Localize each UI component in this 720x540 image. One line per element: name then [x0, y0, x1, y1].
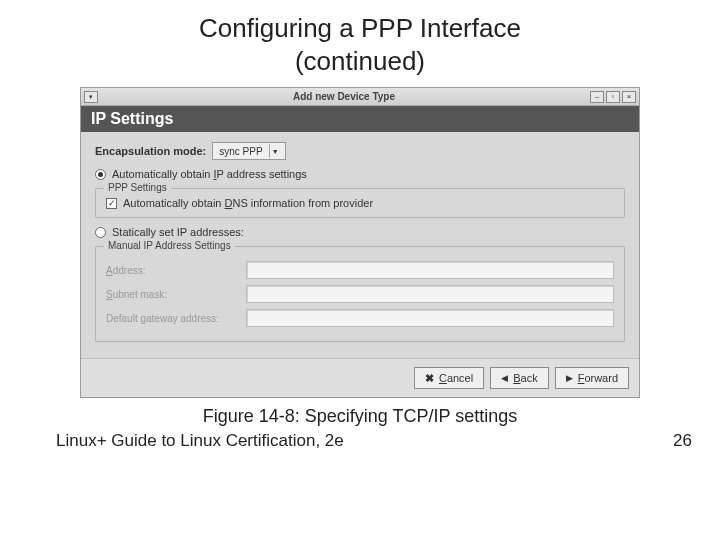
title-line-2: (continued): [295, 46, 425, 76]
forward-icon: ▶: [566, 373, 573, 383]
slide-title: Configuring a PPP Interface (continued): [0, 0, 720, 77]
forward-button[interactable]: ▶ Forward: [555, 367, 629, 389]
checkbox-auto-dns-label: Automatically obtain DNS information fro…: [123, 197, 373, 209]
manual-ip-group: Manual IP Address Settings Address: Subn…: [95, 246, 625, 342]
cancel-button[interactable]: ✖ Cancel: [414, 367, 484, 389]
maximize-icon[interactable]: ▫: [606, 91, 620, 103]
window-menu-icon[interactable]: ▾: [84, 91, 98, 103]
gateway-label: Default gateway address:: [106, 313, 246, 324]
radio-static-ip[interactable]: [95, 227, 106, 238]
chevron-down-icon: ▼: [269, 144, 281, 158]
ppp-settings-group: PPP Settings ✓ Automatically obtain DNS …: [95, 188, 625, 218]
subnet-label: Subnet mask:: [106, 289, 246, 300]
checkbox-auto-dns[interactable]: ✓: [106, 198, 117, 209]
dialog-content: Encapsulation mode: sync PPP ▼ Automatic…: [81, 132, 639, 358]
button-bar: ✖ Cancel ◀ Back ▶ Forward: [81, 358, 639, 397]
forward-label: Forward: [578, 372, 618, 384]
address-input[interactable]: [246, 261, 614, 279]
address-label: Address:: [106, 265, 246, 276]
radio-auto-ip[interactable]: [95, 169, 106, 180]
ppp-settings-legend: PPP Settings: [104, 182, 171, 193]
radio-static-ip-label: Statically set IP addresses:: [112, 226, 244, 238]
encapsulation-value: sync PPP: [219, 146, 262, 157]
slide-footer: Linux+ Guide to Linux Certification, 2e …: [0, 427, 720, 451]
radio-auto-ip-label: Automatically obtain IP address settings: [112, 168, 307, 180]
back-icon: ◀: [501, 373, 508, 383]
encapsulation-dropdown[interactable]: sync PPP ▼: [212, 142, 285, 160]
title-line-1: Configuring a PPP Interface: [199, 13, 521, 43]
figure-caption: Figure 14-8: Specifying TCP/IP settings: [0, 406, 720, 427]
gateway-input[interactable]: [246, 309, 614, 327]
encapsulation-label: Encapsulation mode:: [95, 145, 206, 157]
back-button[interactable]: ◀ Back: [490, 367, 548, 389]
back-label: Back: [513, 372, 537, 384]
page-number: 26: [673, 431, 692, 451]
manual-ip-legend: Manual IP Address Settings: [104, 240, 235, 251]
minimize-icon[interactable]: –: [590, 91, 604, 103]
window-title: Add new Device Type: [98, 91, 590, 102]
dialog-window: ▾ Add new Device Type – ▫ × IP Settings …: [80, 87, 640, 398]
cancel-icon: ✖: [425, 372, 434, 385]
close-icon[interactable]: ×: [622, 91, 636, 103]
subnet-input[interactable]: [246, 285, 614, 303]
titlebar: ▾ Add new Device Type – ▫ ×: [81, 88, 639, 106]
footer-left: Linux+ Guide to Linux Certification, 2e: [56, 431, 344, 451]
cancel-label: Cancel: [439, 372, 473, 384]
section-heading: IP Settings: [81, 106, 639, 132]
